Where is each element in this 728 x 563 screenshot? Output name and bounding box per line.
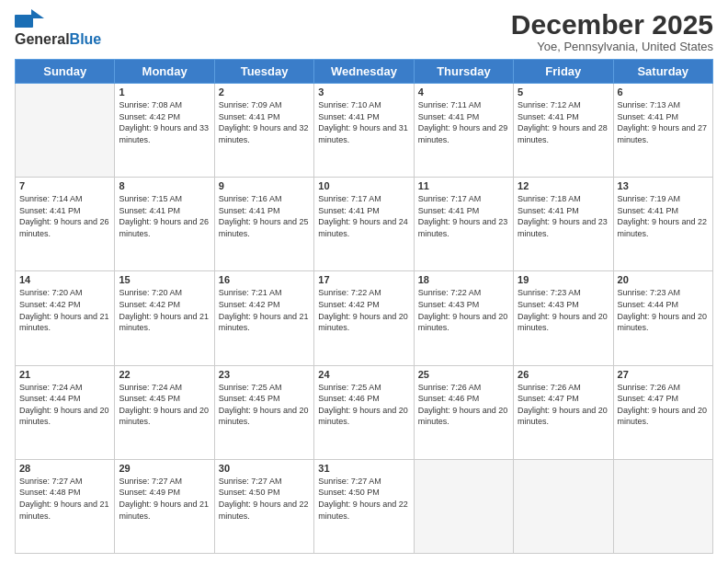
day-number: 2 (219, 86, 310, 98)
calendar-cell: 29Sunrise: 7:27 AMSunset: 4:49 PMDayligh… (115, 459, 214, 553)
sunset-text: Sunset: 4:41 PM (318, 206, 380, 215)
day-info: Sunrise: 7:21 AMSunset: 4:42 PMDaylight:… (219, 287, 310, 333)
day-info: Sunrise: 7:09 AMSunset: 4:41 PMDaylight:… (219, 99, 310, 145)
day-number: 9 (219, 180, 310, 191)
page: General Blue December 2025 Yoe, Pennsylv… (0, 0, 728, 563)
daylight-text: Daylight: 9 hours and 22 minutes. (318, 500, 408, 521)
calendar-cell: 21Sunrise: 7:24 AMSunset: 4:44 PMDayligh… (16, 365, 115, 459)
sunrise-text: Sunrise: 7:27 AM (219, 477, 282, 486)
header: General Blue December 2025 Yoe, Pennsylv… (15, 9, 713, 53)
day-info: Sunrise: 7:08 AMSunset: 4:42 PMDaylight:… (119, 99, 210, 145)
daylight-text: Daylight: 9 hours and 20 minutes. (518, 406, 608, 427)
day-info: Sunrise: 7:12 AMSunset: 4:41 PMDaylight:… (518, 99, 609, 145)
calendar-cell: 31Sunrise: 7:27 AMSunset: 4:50 PMDayligh… (314, 459, 414, 553)
daylight-text: Daylight: 9 hours and 24 minutes. (318, 217, 408, 238)
day-info: Sunrise: 7:25 AMSunset: 4:45 PMDaylight:… (219, 382, 310, 428)
sunset-text: Sunset: 4:44 PM (618, 300, 679, 309)
location: Yoe, Pennsylvania, United States (511, 40, 713, 53)
sunrise-text: Sunrise: 7:17 AM (418, 194, 482, 203)
svg-rect-0 (15, 15, 33, 28)
day-info: Sunrise: 7:24 AMSunset: 4:44 PMDaylight:… (19, 382, 110, 428)
sunrise-text: Sunrise: 7:16 AM (219, 194, 282, 203)
sunrise-text: Sunrise: 7:20 AM (19, 288, 83, 297)
daylight-text: Daylight: 9 hours and 20 minutes. (119, 406, 209, 427)
daylight-text: Daylight: 9 hours and 22 minutes. (618, 217, 708, 238)
daylight-text: Daylight: 9 hours and 26 minutes. (19, 217, 109, 238)
day-number: 7 (19, 180, 110, 191)
day-number: 23 (219, 369, 310, 380)
calendar-week-3: 21Sunrise: 7:24 AMSunset: 4:44 PMDayligh… (16, 365, 713, 459)
day-number: 28 (19, 463, 110, 474)
logo: General Blue (15, 9, 101, 48)
daylight-text: Daylight: 9 hours and 21 minutes. (19, 500, 109, 521)
daylight-text: Daylight: 9 hours and 21 minutes. (119, 500, 209, 521)
calendar-cell: 23Sunrise: 7:25 AMSunset: 4:45 PMDayligh… (214, 365, 313, 459)
day-info: Sunrise: 7:20 AMSunset: 4:42 PMDaylight:… (19, 287, 110, 333)
sunset-text: Sunset: 4:41 PM (618, 206, 679, 215)
day-info: Sunrise: 7:10 AMSunset: 4:41 PMDaylight:… (318, 99, 409, 145)
day-number: 22 (119, 369, 210, 380)
sunset-text: Sunset: 4:47 PM (618, 394, 679, 403)
daylight-text: Daylight: 9 hours and 31 minutes. (318, 123, 408, 144)
day-info: Sunrise: 7:27 AMSunset: 4:50 PMDaylight:… (219, 476, 310, 522)
logo-icon (15, 9, 44, 29)
sunrise-text: Sunrise: 7:14 AM (19, 194, 83, 203)
sunrise-text: Sunrise: 7:22 AM (318, 288, 381, 297)
calendar-cell: 6Sunrise: 7:13 AMSunset: 4:41 PMDaylight… (613, 84, 712, 178)
day-number: 27 (618, 369, 709, 380)
calendar-cell: 13Sunrise: 7:19 AMSunset: 4:41 PMDayligh… (613, 178, 712, 271)
sunset-text: Sunset: 4:42 PM (19, 300, 81, 309)
sunset-text: Sunset: 4:46 PM (418, 394, 480, 403)
day-number: 10 (318, 180, 409, 191)
col-wednesday: Wednesday (314, 60, 414, 84)
sunrise-text: Sunrise: 7:26 AM (618, 383, 681, 392)
daylight-text: Daylight: 9 hours and 20 minutes. (618, 406, 708, 427)
sunset-text: Sunset: 4:42 PM (119, 300, 180, 309)
calendar-cell: 14Sunrise: 7:20 AMSunset: 4:42 PMDayligh… (16, 271, 115, 365)
sunset-text: Sunset: 4:44 PM (19, 394, 81, 403)
day-number: 18 (418, 274, 509, 285)
sunset-text: Sunset: 4:42 PM (119, 112, 180, 121)
day-number: 19 (518, 274, 609, 285)
day-info: Sunrise: 7:22 AMSunset: 4:42 PMDaylight:… (318, 287, 409, 333)
daylight-text: Daylight: 9 hours and 20 minutes. (418, 312, 508, 333)
day-info: Sunrise: 7:13 AMSunset: 4:41 PMDaylight:… (618, 99, 709, 145)
day-number: 14 (19, 274, 110, 285)
daylight-text: Daylight: 9 hours and 20 minutes. (19, 406, 109, 427)
day-info: Sunrise: 7:26 AMSunset: 4:47 PMDaylight:… (518, 382, 609, 428)
calendar-cell: 24Sunrise: 7:25 AMSunset: 4:46 PMDayligh… (314, 365, 414, 459)
sunset-text: Sunset: 4:41 PM (19, 206, 81, 215)
sunset-text: Sunset: 4:41 PM (518, 112, 579, 121)
sunset-text: Sunset: 4:41 PM (418, 206, 480, 215)
day-info: Sunrise: 7:17 AMSunset: 4:41 PMDaylight:… (318, 193, 409, 239)
sunrise-text: Sunrise: 7:22 AM (418, 288, 482, 297)
daylight-text: Daylight: 9 hours and 21 minutes. (19, 312, 109, 333)
sunrise-text: Sunrise: 7:26 AM (418, 383, 482, 392)
day-info: Sunrise: 7:17 AMSunset: 4:41 PMDaylight:… (418, 193, 509, 239)
sunset-text: Sunset: 4:41 PM (418, 112, 480, 121)
daylight-text: Daylight: 9 hours and 26 minutes. (119, 217, 209, 238)
day-number: 15 (119, 274, 210, 285)
daylight-text: Daylight: 9 hours and 33 minutes. (119, 123, 209, 144)
day-number: 17 (318, 274, 409, 285)
daylight-text: Daylight: 9 hours and 21 minutes. (219, 312, 309, 333)
sunset-text: Sunset: 4:43 PM (518, 300, 579, 309)
col-tuesday: Tuesday (214, 60, 313, 84)
col-thursday: Thursday (414, 60, 513, 84)
calendar-cell: 26Sunrise: 7:26 AMSunset: 4:47 PMDayligh… (514, 365, 613, 459)
sunset-text: Sunset: 4:41 PM (119, 206, 180, 215)
sunrise-text: Sunrise: 7:26 AM (518, 383, 581, 392)
day-number: 29 (119, 463, 210, 474)
day-number: 3 (318, 86, 409, 98)
daylight-text: Daylight: 9 hours and 20 minutes. (318, 406, 408, 427)
day-number: 26 (518, 369, 609, 380)
daylight-text: Daylight: 9 hours and 20 minutes. (518, 312, 608, 333)
calendar-cell: 4Sunrise: 7:11 AMSunset: 4:41 PMDaylight… (414, 84, 513, 178)
calendar-cell: 2Sunrise: 7:09 AMSunset: 4:41 PMDaylight… (214, 84, 313, 178)
day-info: Sunrise: 7:26 AMSunset: 4:47 PMDaylight:… (618, 382, 709, 428)
calendar-cell: 22Sunrise: 7:24 AMSunset: 4:45 PMDayligh… (115, 365, 214, 459)
calendar-cell (16, 84, 115, 178)
col-saturday: Saturday (613, 60, 712, 84)
day-info: Sunrise: 7:26 AMSunset: 4:46 PMDaylight:… (418, 382, 509, 428)
day-info: Sunrise: 7:27 AMSunset: 4:48 PMDaylight:… (19, 476, 110, 522)
